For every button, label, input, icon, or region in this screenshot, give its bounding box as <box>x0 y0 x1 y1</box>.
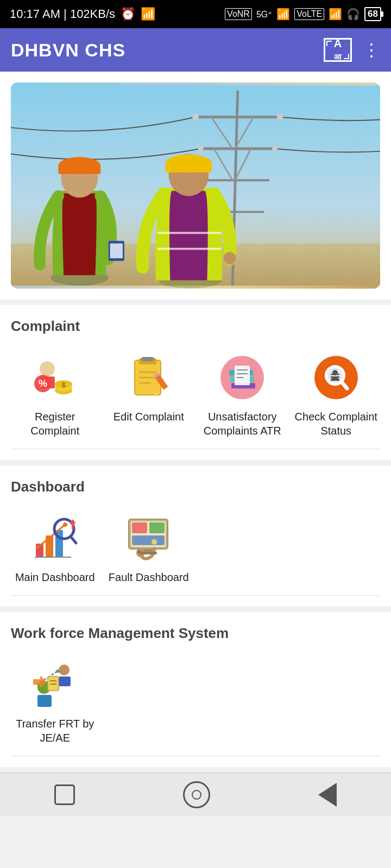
complaint-divider <box>11 449 380 449</box>
complaint-section-title: Complaint <box>11 318 380 335</box>
transfer-frt-icon-wrapper <box>30 660 79 709</box>
svg-point-27 <box>223 252 236 264</box>
register-complaint-icon-wrapper: % $ <box>30 353 79 402</box>
svg-rect-20 <box>110 244 123 258</box>
hero-svg <box>11 82 380 289</box>
svg-point-59 <box>332 370 338 375</box>
svg-point-28 <box>40 361 55 376</box>
status-bar: 10:17 AM | 102KB/s ⏰ 📶 VoNR 5G⁺ 📶 VoLTE … <box>0 0 391 28</box>
volte2-badge: VoLTE <box>294 8 324 20</box>
edit-complaint-label: Edit Complaint <box>113 410 184 424</box>
svg-rect-78 <box>140 552 157 554</box>
volte-badge: VoNR <box>225 8 252 20</box>
main-dashboard-icon-wrapper <box>30 514 79 563</box>
check-complaint-icon <box>312 354 360 401</box>
unsatisfactory-complaints-item[interactable]: Unsatisfactory Complaints ATR <box>198 348 287 443</box>
workforce-menu-grid: Transfer FRT by JE/AE <box>11 655 380 750</box>
complaint-section: Complaint % $ Regi <box>0 305 391 460</box>
check-complaint-icon-wrapper <box>312 353 361 402</box>
edit-complaint-icon <box>125 354 173 401</box>
status-bar-left: 10:17 AM | 102KB/s ⏰ 📶 <box>10 7 155 21</box>
check-complaint-status-item[interactable]: Check Complaint Status <box>292 348 381 443</box>
svg-rect-49 <box>235 366 250 385</box>
fault-dashboard-icon-wrapper <box>124 514 173 563</box>
svg-rect-73 <box>132 535 165 545</box>
app-bar-actions: Aआ ⋮ <box>324 38 380 62</box>
hero-image <box>11 82 380 289</box>
workforce-divider <box>11 756 380 756</box>
workforce-section: Work force Management System <box>0 612 391 767</box>
svg-rect-24 <box>166 162 212 172</box>
hero-section <box>0 72 391 299</box>
svg-point-76 <box>152 539 157 545</box>
edit-complaint-icon-wrapper <box>124 353 173 402</box>
check-complaint-status-label: Check Complaint Status <box>295 410 378 438</box>
dashboard-divider <box>11 595 380 596</box>
transfer-frt-label: Transfer FRT by JE/AE <box>14 717 97 745</box>
status-bar-right: VoNR 5G⁺ 📶 VoLTE 📶 🎧 68 <box>225 7 381 21</box>
svg-rect-38 <box>142 357 154 361</box>
battery-indicator: 68 <box>364 7 381 21</box>
register-complaint-label: Register Complaint <box>14 410 97 438</box>
app-bar: DHBVN CHS Aआ ⋮ <box>0 28 391 72</box>
time-display: 10:17 AM | 102KB/s <box>10 7 115 21</box>
svg-point-14 <box>272 146 278 151</box>
main-dashboard-icon <box>30 514 79 563</box>
translate-icon[interactable]: Aआ <box>324 38 352 62</box>
svg-rect-80 <box>59 676 71 686</box>
svg-point-63 <box>63 522 67 527</box>
5g-badge: 5G⁺ <box>256 9 272 20</box>
unsatisfactory-icon-wrapper <box>218 353 267 402</box>
svg-rect-18 <box>58 164 100 174</box>
fault-dashboard-icon <box>124 514 173 563</box>
complaint-menu-grid: % $ Register Complaint <box>11 348 380 443</box>
register-complaint-item[interactable]: % $ Register Complaint <box>11 348 99 443</box>
edit-complaint-item[interactable]: Edit Complaint <box>105 348 193 443</box>
nav-back-button[interactable] <box>318 783 337 807</box>
nav-square-button[interactable] <box>54 784 75 805</box>
svg-point-12 <box>277 114 283 120</box>
svg-line-65 <box>71 537 76 543</box>
app-title: DHBVN CHS <box>11 40 125 61</box>
fault-dashboard-label: Fault Dashboard <box>109 570 189 584</box>
alarm-icon: ⏰ <box>121 7 135 21</box>
nav-home-button[interactable] <box>183 781 210 808</box>
wifi-icon: 📶 <box>141 7 155 21</box>
transfer-frt-item[interactable]: Transfer FRT by JE/AE <box>11 655 99 750</box>
dashboard-section-title: Dashboard <box>11 478 380 495</box>
svg-rect-72 <box>149 522 165 533</box>
unsatisfactory-icon <box>218 354 266 401</box>
dashboard-section: Dashboard <box>0 465 391 607</box>
main-dashboard-item[interactable]: Main Dashboard <box>11 508 99 590</box>
svg-point-79 <box>59 665 70 675</box>
main-dashboard-label: Main Dashboard <box>15 570 95 584</box>
workforce-section-title: Work force Management System <box>11 625 380 642</box>
svg-rect-71 <box>132 522 147 533</box>
svg-rect-67 <box>72 524 74 529</box>
signal-icon: 📶 <box>276 8 290 21</box>
signal2-icon: 📶 <box>329 8 342 21</box>
bottom-nav <box>0 773 391 816</box>
svg-rect-82 <box>37 695 52 707</box>
svg-text:%: % <box>39 378 47 389</box>
nav-home-inner <box>192 790 201 800</box>
register-complaint-icon: % $ <box>31 354 79 401</box>
unsatisfactory-complaints-label: Unsatisfactory Complaints ATR <box>201 410 284 438</box>
transfer-frt-icon <box>30 660 79 709</box>
more-options-icon[interactable]: ⋮ <box>363 40 380 60</box>
headphone-icon: 🎧 <box>346 8 360 21</box>
fault-dashboard-item[interactable]: Fault Dashboard <box>105 508 193 590</box>
dashboard-menu-grid: Main Dashboard <box>11 508 380 590</box>
svg-point-13 <box>198 146 204 151</box>
svg-text:$: $ <box>62 381 66 389</box>
svg-point-11 <box>192 114 199 120</box>
